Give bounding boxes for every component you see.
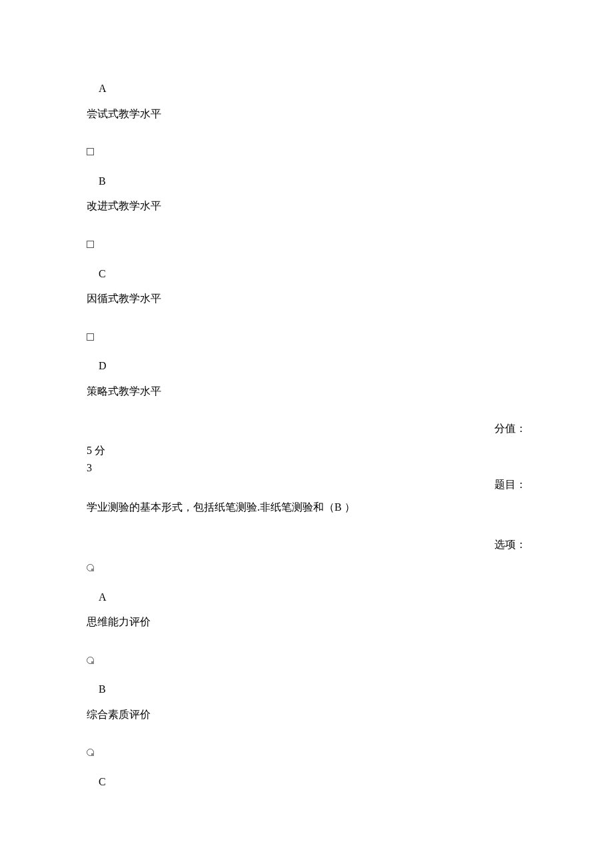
- score-value: 5 分: [87, 442, 526, 459]
- q3-option-c-letter: C: [87, 773, 526, 791]
- score-label: 分值：: [87, 420, 526, 437]
- radio-b[interactable]: [87, 657, 94, 664]
- option-a-letter: A: [87, 80, 526, 97]
- checkbox-d[interactable]: [87, 333, 94, 341]
- option-a-text: 尝试式教学水平: [87, 105, 526, 123]
- option-d-text: 策略式教学水平: [87, 383, 526, 400]
- option-c-text: 因循式教学水平: [87, 290, 526, 307]
- radio-c[interactable]: [87, 749, 94, 756]
- q3-option-b-letter: B: [87, 681, 526, 698]
- options-label: 选项：: [87, 536, 526, 553]
- q3-option-a-text: 思维能力评价: [87, 613, 526, 631]
- radio-a[interactable]: [87, 564, 94, 571]
- option-b-letter: B: [87, 173, 526, 190]
- question-stem: 学业测验的基本形式，包括纸笔测验.非纸笔测验和（B ）: [87, 499, 526, 516]
- option-d-letter: D: [87, 357, 526, 375]
- q3-option-b-text: 综合素质评价: [87, 706, 526, 723]
- option-c-letter: C: [87, 265, 526, 283]
- checkbox-c[interactable]: [87, 241, 94, 248]
- option-b-text: 改进式教学水平: [87, 197, 526, 215]
- question-number: 3: [87, 459, 526, 477]
- stem-label: 题目：: [87, 476, 526, 493]
- q3-option-a-letter: A: [87, 589, 526, 606]
- checkbox-b[interactable]: [87, 148, 94, 155]
